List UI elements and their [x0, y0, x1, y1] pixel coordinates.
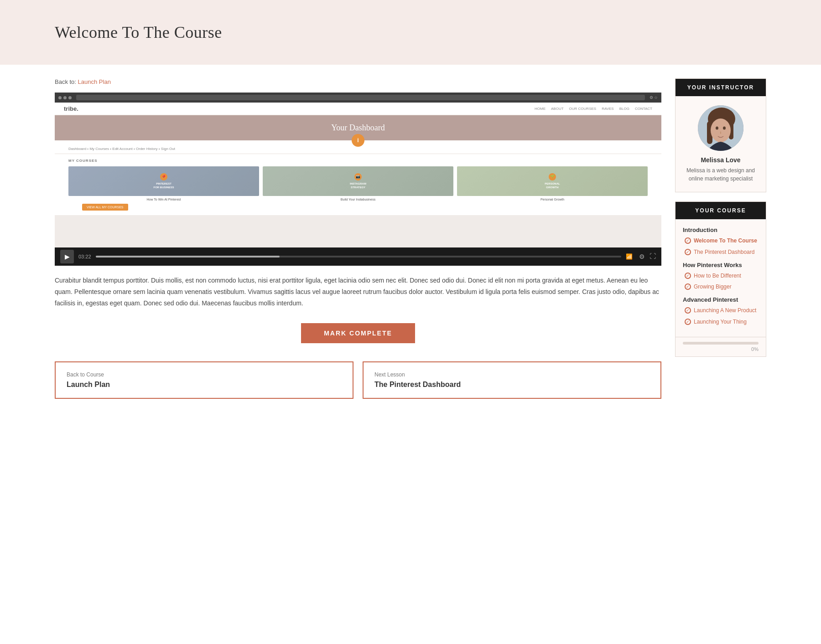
video-progress-fill	[96, 256, 280, 258]
lesson-title-2-0[interactable]: Launching A New Product	[694, 307, 756, 314]
browser-dot-3	[68, 96, 72, 99]
browser-icons: ⚙ ☆	[650, 95, 658, 100]
back-link: Back to: Launch Plan	[55, 78, 661, 85]
nav-back-label: Back to Course	[67, 371, 342, 378]
lesson-title-1-1[interactable]: Growing Bigger	[694, 283, 732, 291]
sidebar: YOUR INSTRUCTOR	[675, 78, 766, 399]
avatar-svg	[698, 105, 743, 151]
instructor-body: Melissa Love Melissa is a web design and…	[676, 96, 766, 192]
browser-bar: ⚙ ☆	[55, 93, 661, 103]
dash-course-title-0: How To Win At Pinterest	[68, 198, 259, 201]
svg-point-6	[723, 127, 726, 130]
instructor-header: YOUR INSTRUCTOR	[676, 79, 766, 96]
lesson-text: Curabitur blandit tempus porttitor. Duis…	[55, 275, 661, 309]
dash-nav: tribe. HOME ABOUT OUR COURSES RAVES BLOG…	[55, 103, 661, 115]
lesson-item-1-0[interactable]: ✓ How to Be Different	[683, 272, 759, 280]
dash-course-card-2: 🌱 PERSONALGROWTH	[457, 166, 648, 196]
page-header: Welcome To The Course	[0, 0, 821, 65]
dash-nav-links: HOME ABOUT OUR COURSES RAVES BLOG CONTAC…	[535, 107, 652, 111]
instructor-name: Melissa Love	[701, 156, 740, 164]
dash-course-col-0: 📌 PINTERESTFOR BUSINESS How To Win At Pi…	[68, 166, 259, 201]
course-icon-2: 🌱	[549, 173, 556, 180]
instructor-box: YOUR INSTRUCTOR	[675, 78, 766, 192]
section-title-1: How Pinterest Works	[683, 262, 759, 268]
lesson-item-2-1[interactable]: ✓ Launching Your Thing	[683, 318, 759, 326]
back-link-anchor[interactable]: Launch Plan	[78, 78, 111, 85]
lesson-item-0-0[interactable]: ✓ Welcome To The Course	[683, 237, 759, 245]
settings-icon[interactable]: ⚙	[639, 253, 645, 261]
mark-complete-button[interactable]: MARK COMPLETE	[301, 323, 415, 343]
browser-url	[76, 95, 645, 100]
video-progress-bar[interactable]	[96, 256, 621, 258]
section-title-2: Advanced Pinterest	[683, 296, 759, 303]
page-title: Welcome To The Course	[55, 23, 766, 42]
lesson-item-1-1[interactable]: ✓ Growing Bigger	[683, 283, 759, 291]
lesson-title-2-1[interactable]: Launching Your Thing	[694, 318, 747, 326]
dash-courses-label: MY COURSES	[68, 159, 648, 163]
lesson-title-1-0[interactable]: How to Be Different	[694, 272, 741, 280]
svg-point-4	[711, 118, 731, 142]
course-icon-0: 📌	[160, 173, 167, 180]
lesson-item-0-1[interactable]: ✓ The Pinterest Dashboard	[683, 248, 759, 256]
nav-card-next[interactable]: Next Lesson The Pinterest Dashboard	[363, 361, 661, 399]
back-link-prefix: Back to:	[55, 78, 76, 85]
check-icon-2-1: ✓	[685, 319, 691, 325]
progress-label: 0%	[683, 346, 759, 352]
video-controls: ▶ 03:22 📶 ⚙ ⛶	[55, 247, 661, 266]
section-title-0: Introduction	[683, 227, 759, 233]
lesson-title-0-0[interactable]: Welcome To The Course	[694, 237, 757, 245]
instructor-bio: Melissa is a web design and online marke…	[685, 166, 757, 183]
check-icon-0-0: ✓	[685, 237, 691, 244]
check-icon-1-0: ✓	[685, 273, 691, 279]
dash-hero-badge: i	[352, 134, 364, 147]
browser-dot-2	[63, 96, 67, 99]
dash-course-title-2: Personal Growth	[457, 198, 648, 201]
nav-back-title: Launch Plan	[67, 381, 342, 389]
dash-course-card-1: 📷 INSTAGRAMSTRATEGY	[263, 166, 453, 196]
check-icon-0-1: ✓	[685, 249, 691, 255]
progress-bar	[683, 342, 759, 345]
check-icon-2-0: ✓	[685, 307, 691, 314]
fullscreen-icon[interactable]: ⛶	[650, 253, 656, 260]
dash-hero: Your Dashboard i	[55, 115, 661, 140]
dash-menu-items: Dashboard • My Courses • Edit Account • …	[68, 147, 175, 151]
video-time: 03:22	[78, 254, 91, 259]
nav-next-label: Next Lesson	[374, 371, 650, 378]
dash-course-col-2: 🌱 PERSONALGROWTH Personal Growth	[457, 166, 648, 201]
nav-card-back[interactable]: Back to Course Launch Plan	[55, 361, 353, 399]
play-button[interactable]: ▶	[60, 250, 74, 263]
dash-view-all-btn[interactable]: VIEW ALL MY COURSES	[82, 204, 128, 211]
content-area: Back to: Launch Plan ⚙ ☆ tribe.	[55, 78, 661, 399]
nav-cards: Back to Course Launch Plan Next Lesson T…	[55, 361, 661, 399]
instructor-avatar	[698, 105, 743, 151]
dash-logo: tribe.	[64, 105, 78, 112]
check-icon-1-1: ✓	[685, 283, 691, 290]
nav-next-title: The Pinterest Dashboard	[374, 381, 650, 389]
progress-section: 0%	[676, 337, 766, 356]
lesson-title-0-1[interactable]: The Pinterest Dashboard	[694, 248, 754, 256]
dash-course-col-1: 📷 INSTAGRAMSTRATEGY Build Your Instabusi…	[263, 166, 453, 201]
dash-course-title-1: Build Your Instabusiness	[263, 198, 453, 201]
volume-icon[interactable]: 📶	[626, 253, 633, 260]
course-body: Introduction ✓ Welcome To The Course ✓ T…	[676, 219, 766, 337]
course-icon-1: 📷	[354, 173, 362, 180]
course-header: YOUR COURSE	[676, 202, 766, 219]
dash-hero-title: Your Dashboard	[331, 123, 385, 133]
lesson-item-2-0[interactable]: ✓ Launching A New Product	[683, 307, 759, 314]
play-icon: ▶	[65, 253, 70, 261]
dash-courses-section: MY COURSES 📌 PINTERESTFOR BUSINESS How T…	[55, 154, 661, 215]
course-box: YOUR COURSE Introduction ✓ Welcome To Th…	[675, 201, 766, 357]
dash-course-card-0: 📌 PINTERESTFOR BUSINESS	[68, 166, 259, 196]
dash-courses-grid: 📌 PINTERESTFOR BUSINESS How To Win At Pi…	[68, 166, 648, 201]
dashboard-screenshot: ⚙ ☆ tribe. HOME ABOUT OUR COURSES RAVES …	[55, 93, 661, 247]
browser-dot-1	[58, 96, 62, 99]
svg-point-5	[716, 127, 718, 130]
video-container: ⚙ ☆ tribe. HOME ABOUT OUR COURSES RAVES …	[55, 93, 661, 266]
main-layout: Back to: Launch Plan ⚙ ☆ tribe.	[0, 78, 821, 426]
